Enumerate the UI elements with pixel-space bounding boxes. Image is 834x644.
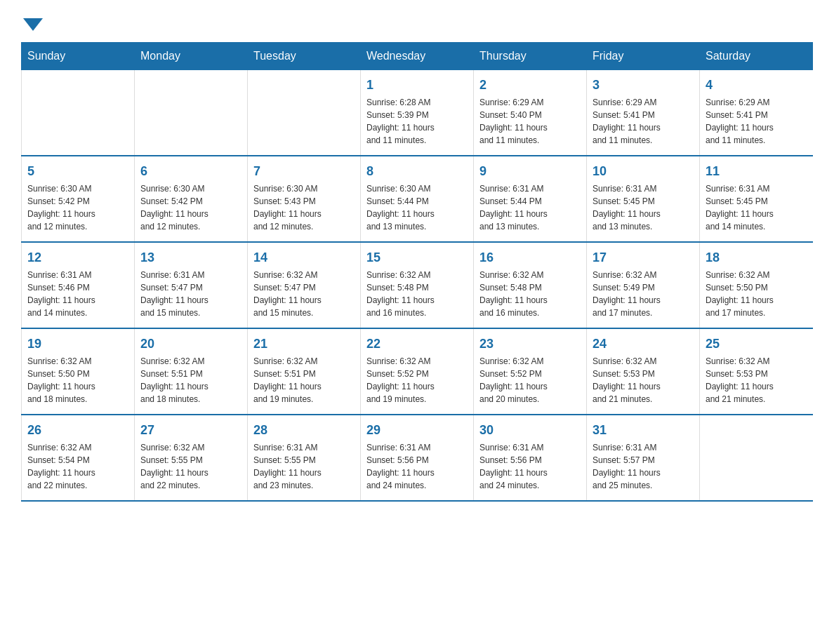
day-info: Sunrise: 6:31 AM Sunset: 5:46 PM Dayligh…	[27, 269, 128, 319]
calendar-header: SundayMondayTuesdayWednesdayThursdayFrid…	[22, 43, 813, 70]
day-number: 5	[27, 162, 128, 181]
calendar-cell: 23Sunrise: 6:32 AM Sunset: 5:52 PM Dayli…	[474, 328, 587, 415]
calendar-cell: 7Sunrise: 6:30 AM Sunset: 5:43 PM Daylig…	[248, 156, 361, 242]
calendar-cell	[700, 415, 813, 501]
calendar-cell: 17Sunrise: 6:32 AM Sunset: 5:49 PM Dayli…	[587, 242, 700, 328]
day-number: 14	[253, 248, 355, 267]
calendar-cell: 2Sunrise: 6:29 AM Sunset: 5:40 PM Daylig…	[474, 70, 587, 156]
day-number: 4	[706, 76, 807, 95]
calendar-cell	[22, 70, 135, 156]
weekday-header-monday: Monday	[135, 43, 248, 70]
weekday-header-saturday: Saturday	[700, 43, 813, 70]
day-info: Sunrise: 6:29 AM Sunset: 5:41 PM Dayligh…	[706, 96, 807, 147]
page-header	[21, 14, 813, 28]
calendar-cell: 31Sunrise: 6:31 AM Sunset: 5:57 PM Dayli…	[587, 415, 700, 501]
day-number: 17	[593, 248, 694, 267]
day-number: 28	[253, 421, 355, 440]
day-info: Sunrise: 6:32 AM Sunset: 5:50 PM Dayligh…	[706, 269, 807, 319]
day-info: Sunrise: 6:31 AM Sunset: 5:47 PM Dayligh…	[140, 269, 241, 319]
calendar-cell: 5Sunrise: 6:30 AM Sunset: 5:42 PM Daylig…	[22, 156, 135, 242]
weekday-header-tuesday: Tuesday	[248, 43, 361, 70]
day-number: 27	[140, 421, 241, 440]
day-number: 11	[706, 162, 807, 181]
calendar-cell: 27Sunrise: 6:32 AM Sunset: 5:55 PM Dayli…	[135, 415, 248, 501]
day-number: 12	[27, 248, 128, 267]
calendar-body: 1Sunrise: 6:28 AM Sunset: 5:39 PM Daylig…	[22, 70, 813, 502]
day-number: 22	[366, 335, 468, 354]
calendar-cell	[248, 70, 361, 156]
day-number: 8	[366, 162, 468, 181]
day-info: Sunrise: 6:31 AM Sunset: 5:57 PM Dayligh…	[593, 441, 694, 492]
day-number: 2	[479, 76, 581, 95]
calendar-cell: 6Sunrise: 6:30 AM Sunset: 5:42 PM Daylig…	[135, 156, 248, 242]
calendar-cell: 19Sunrise: 6:32 AM Sunset: 5:50 PM Dayli…	[22, 328, 135, 415]
calendar-cell: 20Sunrise: 6:32 AM Sunset: 5:51 PM Dayli…	[135, 328, 248, 415]
weekday-header-friday: Friday	[587, 43, 700, 70]
calendar-cell: 22Sunrise: 6:32 AM Sunset: 5:52 PM Dayli…	[361, 328, 474, 415]
calendar-week-row: 26Sunrise: 6:32 AM Sunset: 5:54 PM Dayli…	[22, 415, 813, 501]
day-info: Sunrise: 6:29 AM Sunset: 5:40 PM Dayligh…	[479, 96, 581, 147]
day-info: Sunrise: 6:31 AM Sunset: 5:45 PM Dayligh…	[706, 182, 807, 233]
calendar-cell: 18Sunrise: 6:32 AM Sunset: 5:50 PM Dayli…	[700, 242, 813, 328]
calendar-cell: 30Sunrise: 6:31 AM Sunset: 5:56 PM Dayli…	[474, 415, 587, 501]
calendar-cell: 11Sunrise: 6:31 AM Sunset: 5:45 PM Dayli…	[700, 156, 813, 242]
day-number: 23	[479, 335, 581, 354]
weekday-header-wednesday: Wednesday	[361, 43, 474, 70]
day-info: Sunrise: 6:28 AM Sunset: 5:39 PM Dayligh…	[366, 96, 468, 147]
day-info: Sunrise: 6:30 AM Sunset: 5:44 PM Dayligh…	[366, 182, 468, 233]
calendar-cell: 12Sunrise: 6:31 AM Sunset: 5:46 PM Dayli…	[22, 242, 135, 328]
day-number: 7	[253, 162, 355, 181]
day-info: Sunrise: 6:31 AM Sunset: 5:44 PM Dayligh…	[479, 182, 581, 233]
day-number: 29	[366, 421, 468, 440]
calendar-cell: 21Sunrise: 6:32 AM Sunset: 5:51 PM Dayli…	[248, 328, 361, 415]
day-number: 30	[479, 421, 581, 440]
calendar-table: SundayMondayTuesdayWednesdayThursdayFrid…	[21, 42, 813, 502]
day-info: Sunrise: 6:32 AM Sunset: 5:52 PM Dayligh…	[366, 355, 468, 405]
calendar-cell: 10Sunrise: 6:31 AM Sunset: 5:45 PM Dayli…	[587, 156, 700, 242]
calendar-cell: 9Sunrise: 6:31 AM Sunset: 5:44 PM Daylig…	[474, 156, 587, 242]
calendar-week-row: 12Sunrise: 6:31 AM Sunset: 5:46 PM Dayli…	[22, 242, 813, 328]
day-info: Sunrise: 6:29 AM Sunset: 5:41 PM Dayligh…	[593, 96, 694, 147]
day-info: Sunrise: 6:31 AM Sunset: 5:55 PM Dayligh…	[253, 441, 355, 492]
logo	[21, 14, 43, 28]
day-info: Sunrise: 6:32 AM Sunset: 5:53 PM Dayligh…	[593, 355, 694, 405]
calendar-cell: 13Sunrise: 6:31 AM Sunset: 5:47 PM Dayli…	[135, 242, 248, 328]
day-info: Sunrise: 6:32 AM Sunset: 5:48 PM Dayligh…	[479, 269, 581, 319]
day-number: 19	[27, 335, 128, 354]
day-number: 9	[479, 162, 581, 181]
day-number: 1	[366, 76, 468, 95]
calendar-cell: 15Sunrise: 6:32 AM Sunset: 5:48 PM Dayli…	[361, 242, 474, 328]
calendar-week-row: 5Sunrise: 6:30 AM Sunset: 5:42 PM Daylig…	[22, 156, 813, 242]
day-number: 13	[140, 248, 241, 267]
day-number: 10	[593, 162, 694, 181]
day-info: Sunrise: 6:32 AM Sunset: 5:52 PM Dayligh…	[479, 355, 581, 405]
logo-arrow-icon	[23, 18, 43, 31]
day-info: Sunrise: 6:32 AM Sunset: 5:50 PM Dayligh…	[27, 355, 128, 405]
day-info: Sunrise: 6:30 AM Sunset: 5:42 PM Dayligh…	[140, 182, 241, 233]
day-info: Sunrise: 6:32 AM Sunset: 5:47 PM Dayligh…	[253, 269, 355, 319]
calendar-cell: 28Sunrise: 6:31 AM Sunset: 5:55 PM Dayli…	[248, 415, 361, 501]
calendar-cell: 3Sunrise: 6:29 AM Sunset: 5:41 PM Daylig…	[587, 70, 700, 156]
calendar-cell: 14Sunrise: 6:32 AM Sunset: 5:47 PM Dayli…	[248, 242, 361, 328]
day-info: Sunrise: 6:31 AM Sunset: 5:56 PM Dayligh…	[366, 441, 468, 492]
day-info: Sunrise: 6:30 AM Sunset: 5:42 PM Dayligh…	[27, 182, 128, 233]
calendar-week-row: 19Sunrise: 6:32 AM Sunset: 5:50 PM Dayli…	[22, 328, 813, 415]
weekday-header-thursday: Thursday	[474, 43, 587, 70]
calendar-week-row: 1Sunrise: 6:28 AM Sunset: 5:39 PM Daylig…	[22, 70, 813, 156]
day-info: Sunrise: 6:30 AM Sunset: 5:43 PM Dayligh…	[253, 182, 355, 233]
day-info: Sunrise: 6:32 AM Sunset: 5:51 PM Dayligh…	[140, 355, 241, 405]
day-info: Sunrise: 6:32 AM Sunset: 5:53 PM Dayligh…	[706, 355, 807, 405]
calendar-cell: 8Sunrise: 6:30 AM Sunset: 5:44 PM Daylig…	[361, 156, 474, 242]
day-info: Sunrise: 6:32 AM Sunset: 5:48 PM Dayligh…	[366, 269, 468, 319]
day-number: 15	[366, 248, 468, 267]
calendar-cell: 4Sunrise: 6:29 AM Sunset: 5:41 PM Daylig…	[700, 70, 813, 156]
day-info: Sunrise: 6:32 AM Sunset: 5:55 PM Dayligh…	[140, 441, 241, 492]
weekday-header-sunday: Sunday	[22, 43, 135, 70]
day-number: 31	[593, 421, 694, 440]
day-info: Sunrise: 6:31 AM Sunset: 5:56 PM Dayligh…	[479, 441, 581, 492]
calendar-cell: 26Sunrise: 6:32 AM Sunset: 5:54 PM Dayli…	[22, 415, 135, 501]
day-number: 20	[140, 335, 241, 354]
day-number: 3	[593, 76, 694, 95]
day-info: Sunrise: 6:32 AM Sunset: 5:49 PM Dayligh…	[593, 269, 694, 319]
day-info: Sunrise: 6:32 AM Sunset: 5:51 PM Dayligh…	[253, 355, 355, 405]
